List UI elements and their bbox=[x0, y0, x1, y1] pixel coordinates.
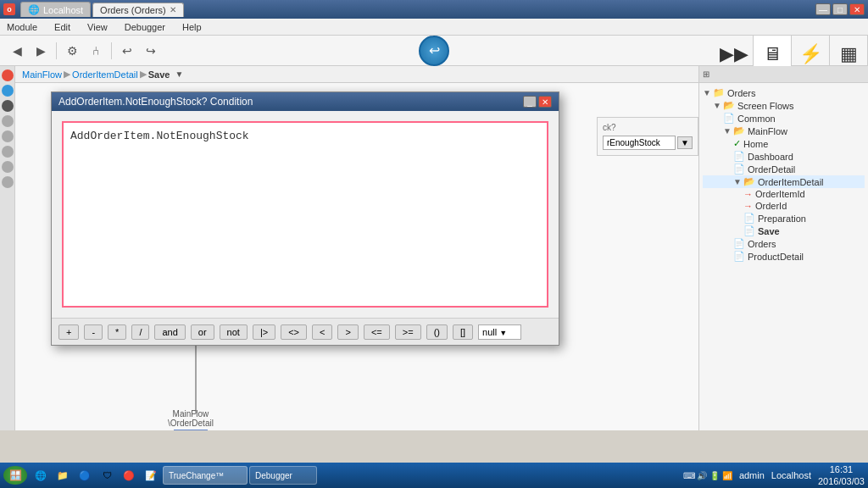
footer-pipe[interactable]: |> bbox=[253, 324, 275, 340]
footer-parens[interactable]: () bbox=[426, 324, 448, 340]
menu-edit[interactable]: Edit bbox=[51, 20, 74, 34]
tab-orders-label: Orders (Orders) bbox=[100, 5, 166, 15]
window-controls: — □ ✕ bbox=[815, 3, 865, 15]
taskbar-app4[interactable]: 🛡 bbox=[97, 466, 117, 485]
sidebar-icon-3[interactable] bbox=[2, 100, 14, 112]
back-button[interactable]: ◀ bbox=[7, 41, 27, 61]
tree-label-orders-sub: Orders bbox=[748, 239, 776, 249]
footer-multiply[interactable]: * bbox=[108, 324, 126, 340]
tree-item-screenflows[interactable]: ▼ 📂 Screen Flows bbox=[703, 99, 865, 112]
tree-item-dashboard[interactable]: 📄 Dashboard bbox=[703, 150, 865, 163]
tab-orders-close[interactable]: ✕ bbox=[170, 5, 176, 14]
tree-label-common: Common bbox=[737, 114, 776, 124]
sidebar-icon-6[interactable] bbox=[2, 146, 14, 158]
taskbar-right: ⌨ 🔊 🔋 📶 admin Localhost 16:31 2016/03/03 bbox=[683, 463, 865, 487]
data-icon: ▦ bbox=[840, 43, 858, 65]
tree-expand-orders[interactable]: ▼ bbox=[703, 88, 711, 97]
footer-gte[interactable]: >= bbox=[395, 324, 421, 340]
maximize-button[interactable]: □ bbox=[832, 3, 848, 15]
taskbar-app3[interactable]: 🔵 bbox=[75, 466, 95, 485]
tree-item-orderitemid[interactable]: → OrderItemId bbox=[703, 188, 865, 200]
tree-item-preparation[interactable]: 📄 Preparation bbox=[703, 212, 865, 225]
tree-label-orderitemdetail: OrderItemDetail bbox=[758, 177, 824, 187]
footer-neq[interactable]: <> bbox=[281, 324, 307, 340]
breadcrumb: MainFlow ▶ OrderItemDetail ▶ Save ▼ bbox=[15, 66, 698, 83]
modal-close[interactable]: ✕ bbox=[538, 96, 552, 108]
close-button[interactable]: ✕ bbox=[849, 3, 865, 15]
center-action-button[interactable]: ↩ bbox=[419, 36, 449, 66]
taskbar-word[interactable]: 📝 bbox=[141, 466, 161, 485]
tree-item-productdetail[interactable]: 📄 ProductDetail bbox=[703, 250, 865, 263]
footer-minus[interactable]: - bbox=[84, 324, 103, 340]
footer-gt[interactable]: > bbox=[337, 324, 358, 340]
modal-titlebar: AddOrderItem.NotEnoughStock? Condition _… bbox=[52, 92, 559, 111]
footer-divide[interactable]: / bbox=[131, 324, 149, 340]
footer-not[interactable]: not bbox=[220, 324, 248, 340]
tree-item-home[interactable]: ✓ Home bbox=[703, 137, 865, 150]
tree-item-orderitemdetail[interactable]: ▼ 📂 OrderItemDetail bbox=[703, 175, 865, 188]
tree-item-orders-root[interactable]: ▼ 📁 Orders bbox=[703, 86, 865, 99]
taskbar-user: admin bbox=[739, 470, 765, 480]
tree-item-common[interactable]: 📄 Common bbox=[703, 112, 865, 125]
tree-icon-home: ✓ bbox=[733, 138, 741, 149]
sidebar-icon-1[interactable] bbox=[2, 69, 14, 81]
tree-item-save[interactable]: 📄 Save bbox=[703, 225, 865, 237]
branch-button[interactable]: ⑃ bbox=[86, 41, 106, 61]
tree-item-mainflow[interactable]: ▼ 📂 MainFlow bbox=[703, 125, 865, 137]
sidebar-icon-8[interactable] bbox=[2, 176, 14, 188]
destination-node[interactable]: MainFlow\OrderDetail bbox=[168, 409, 214, 430]
tab-localhost[interactable]: 🌐 Localhost bbox=[20, 2, 91, 17]
taskbar-icons: ⌨ 🔊 🔋 📶 bbox=[683, 471, 732, 480]
modal-minimize[interactable]: _ bbox=[523, 96, 537, 108]
footer-lt[interactable]: < bbox=[312, 324, 332, 340]
sidebar-icon-5[interactable] bbox=[2, 130, 14, 142]
footer-plus[interactable]: + bbox=[58, 324, 79, 340]
menu-bar: Module Edit View Debugger Help bbox=[0, 19, 868, 36]
tree-expand-orderitemdetail[interactable]: ▼ bbox=[733, 177, 742, 186]
tree-expand-mainflow[interactable]: ▼ bbox=[723, 126, 732, 136]
redo-button[interactable]: ↪ bbox=[141, 41, 161, 61]
tree-item-orderid[interactable]: → OrderId bbox=[703, 200, 865, 212]
sidebar-icon-2[interactable] bbox=[2, 85, 14, 97]
menu-module[interactable]: Module bbox=[3, 20, 41, 34]
footer-null-arrow: ▼ bbox=[499, 329, 507, 337]
tab-orders[interactable]: Orders (Orders) ✕ bbox=[92, 3, 184, 17]
settings-button[interactable]: ⚙ bbox=[62, 41, 82, 61]
menu-debugger[interactable]: Debugger bbox=[121, 20, 169, 34]
tree-icon-save: 📄 bbox=[743, 225, 755, 236]
tab-localhost-icon: 🌐 bbox=[28, 4, 40, 15]
forward-button[interactable]: ▶ bbox=[31, 41, 51, 61]
breadcrumb-dropdown[interactable]: ▼ bbox=[175, 69, 183, 79]
modal-dialog: AddOrderItem.NotEnoughStock? Condition _… bbox=[51, 92, 559, 346]
right-panel-toolbar: ⊞ bbox=[699, 66, 868, 83]
taskbar-truechange[interactable]: TrueChange™ bbox=[163, 466, 248, 485]
tree-icon-orders: 📁 bbox=[713, 87, 725, 98]
breadcrumb-orderitemdetail[interactable]: OrderItemDetail bbox=[72, 69, 138, 80]
taskbar-app5[interactable]: 🔴 bbox=[119, 466, 139, 485]
tree-icon-orders-sub: 📄 bbox=[733, 238, 745, 249]
undo-button[interactable]: ↩ bbox=[117, 41, 137, 61]
taskbar-server: Localhost bbox=[771, 470, 811, 480]
start-menu-button[interactable]: 🪟 bbox=[3, 466, 27, 485]
taskbar-truechange-label: TrueChange™ bbox=[169, 471, 224, 480]
footer-lte[interactable]: <= bbox=[364, 324, 390, 340]
breadcrumb-mainflow[interactable]: MainFlow bbox=[22, 69, 62, 80]
tree-item-orderdetail[interactable]: 📄 OrderDetail bbox=[703, 163, 865, 175]
tree-item-orders-sub[interactable]: 📄 Orders bbox=[703, 237, 865, 250]
menu-help[interactable]: Help bbox=[179, 20, 205, 34]
minimize-button[interactable]: — bbox=[815, 3, 831, 15]
footer-and[interactable]: and bbox=[154, 324, 185, 340]
footer-or[interactable]: or bbox=[191, 324, 214, 340]
taskbar-explorer[interactable]: 📁 bbox=[53, 466, 73, 485]
taskbar-debugger[interactable]: Debugger bbox=[249, 466, 317, 485]
footer-null-dropdown[interactable]: null ▼ bbox=[478, 324, 521, 340]
tree-expand-screenflows[interactable]: ▼ bbox=[713, 101, 721, 110]
tree-icon-screenflows: 📂 bbox=[723, 100, 735, 111]
sidebar-icon-4[interactable] bbox=[2, 115, 14, 127]
footer-brackets[interactable]: [] bbox=[453, 324, 473, 340]
tree-label-screenflows: Screen Flows bbox=[737, 101, 794, 111]
taskbar-ie[interactable]: 🌐 bbox=[31, 466, 51, 485]
sidebar-icon-7[interactable] bbox=[2, 161, 14, 173]
menu-view[interactable]: View bbox=[84, 20, 111, 34]
modal-body[interactable]: AddOrderItem.NotEnoughStock bbox=[62, 121, 548, 308]
